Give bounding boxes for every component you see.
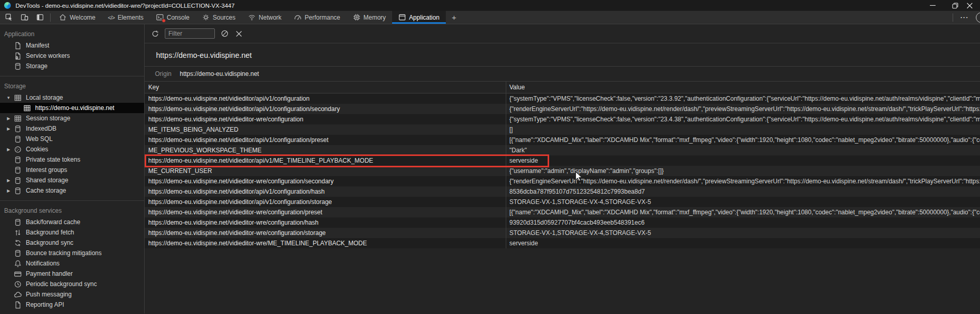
sidebar-item-indexeddb[interactable]: ▶ IndexedDB <box>0 123 144 134</box>
storage-key-cell[interactable]: https://demo-eu.vidispine.net/vidieditor… <box>145 104 506 114</box>
sidebar-item-https-demo-eu-vidispine-net[interactable]: https://demo-eu.vidispine.net <box>0 103 144 113</box>
sidebar-item-local-storage[interactable]: ▼ Local storage <box>0 92 144 103</box>
table-row[interactable]: https://demo-eu.vidispine.net/vidieditor… <box>145 135 980 145</box>
storage-value-cell[interactable]: serverside <box>506 238 980 248</box>
table-row[interactable]: https://demo-eu.vidispine.net/vidieditor… <box>145 104 980 114</box>
tab-elements[interactable]: </> Elements <box>102 11 150 24</box>
tab-sources[interactable]: Sources <box>196 11 242 24</box>
tab-console[interactable]: Console <box>150 11 196 24</box>
table-row[interactable]: https://demo-eu.vidispine.net/vidieditor… <box>145 197 980 207</box>
close-button[interactable] <box>967 0 980 11</box>
value-column-header[interactable]: Value <box>506 82 980 93</box>
tab-performance[interactable]: Performance <box>288 11 347 24</box>
storage-key-cell[interactable]: https://demo-eu.vidispine.net/vidieditor… <box>145 238 506 248</box>
clear-all-icon[interactable] <box>221 29 229 38</box>
chevron-down-icon[interactable]: ▼ <box>6 96 11 100</box>
storage-value-cell[interactable]: {"systemType":"VPMS","licenseCheck":fals… <box>506 114 980 124</box>
sidebar-item-background-fetch[interactable]: Background fetch <box>0 227 144 238</box>
more-tabs-button[interactable]: + <box>446 11 463 24</box>
storage-key-cell[interactable]: https://demo-eu.vidispine.net/vidieditor… <box>145 197 506 207</box>
sidebar-item-private-state-tokens[interactable]: Private state tokens <box>0 154 144 165</box>
storage-value-cell[interactable]: serverside <box>506 155 980 166</box>
refresh-icon[interactable] <box>151 30 159 38</box>
sidebar-item-service-workers[interactable]: Service workers <box>0 51 144 61</box>
restore-button[interactable] <box>944 0 967 11</box>
table-row[interactable]: https://demo-eu.vidispine.net/vidieditor… <box>145 155 980 166</box>
bell-icon <box>14 260 22 268</box>
storage-value-cell[interactable]: {"systemType":"VPMS","licenseCheck":fals… <box>506 93 980 104</box>
storage-key-cell[interactable]: https://demo-eu.vidispine.net/vidieditor… <box>145 186 506 197</box>
storage-value-cell[interactable]: [{"name":"XDCAMHD_Mix","label":"XDCAMHD … <box>506 135 980 145</box>
sidebar-item-web-sql[interactable]: Web SQL <box>0 134 144 144</box>
sidebar-item-storage[interactable]: Storage <box>0 61 144 71</box>
storage-key-cell[interactable]: ME_ITEMS_BEING_ANALYZED <box>145 124 506 135</box>
delete-selected-icon[interactable] <box>236 30 242 37</box>
storage-key-cell[interactable]: https://demo-eu.vidispine.net/vidieditor… <box>145 155 506 166</box>
table-row[interactable]: https://demo-eu.vidispine.net/vidieditor… <box>145 176 980 186</box>
storage-value-cell[interactable]: {"renderEngineServerUrl":"https://demo-e… <box>506 176 980 186</box>
storage-value-cell[interactable]: {"username":"admin","displayName":"admin… <box>506 166 980 176</box>
storage-key-cell[interactable]: https://demo-eu.vidispine.net/vidieditor… <box>145 135 506 145</box>
table-row[interactable]: https://demo-eu.vidispine.net/vidieditor… <box>145 238 980 248</box>
storage-key-cell[interactable]: https://demo-eu.vidispine.net/vidieditor… <box>145 207 506 217</box>
tab-welcome[interactable]: Welcome <box>53 11 102 24</box>
origin-value: https://demo-eu.vidispine.net <box>180 70 259 77</box>
storage-key-cell[interactable]: https://demo-eu.vidispine.net/vidieditor… <box>145 176 506 186</box>
chevron-right-icon[interactable]: ▶ <box>6 116 11 121</box>
tab-application[interactable]: Application <box>392 11 446 24</box>
table-row[interactable]: ME_ITEMS_BEING_ANALYZED [] <box>145 124 980 135</box>
key-column-header[interactable]: Key <box>145 82 506 93</box>
sidebar-item-payment-handler[interactable]: Payment handler <box>0 269 144 279</box>
storage-value-cell[interactable]: [] <box>506 124 980 135</box>
table-row[interactable]: https://demo-eu.vidispine.net/vidieditor… <box>145 114 980 124</box>
table-row[interactable]: https://demo-eu.vidispine.net/vidieditor… <box>145 217 980 228</box>
minimize-button[interactable] <box>921 0 944 11</box>
filter-input[interactable] <box>165 28 215 39</box>
sidebar-item-shared-storage[interactable]: ▶ Shared storage <box>0 175 144 185</box>
more-options-icon[interactable]: ··· <box>953 13 976 21</box>
sidebar-item-back-forward-cache[interactable]: Back/forward cache <box>0 217 144 227</box>
storage-key-cell[interactable]: ME_PREVIOUS_WORKSPACE_THEME <box>145 145 506 155</box>
chevron-right-icon[interactable]: ▶ <box>6 127 11 131</box>
sidebar-item-interest-groups[interactable]: Interest groups <box>0 165 144 175</box>
table-row[interactable]: ME_PREVIOUS_WORKSPACE_THEME "Dark" <box>145 145 980 155</box>
sidebar-item-session-storage[interactable]: ▶ Session storage <box>0 113 144 123</box>
sidebar-item-cache-storage[interactable]: ▶ Cache storage <box>0 185 144 196</box>
storage-key-cell[interactable]: https://demo-eu.vidispine.net/vidieditor… <box>145 93 506 104</box>
storage-key-cell[interactable]: https://demo-eu.vidispine.net/vidieditor… <box>145 114 506 124</box>
storage-key-cell[interactable]: https://demo-eu.vidispine.net/vidieditor… <box>145 228 506 238</box>
storage-value-cell[interactable]: 93920d315d05927707bf4cacb493eeb548391ec6 <box>506 217 980 228</box>
chevron-right-icon[interactable]: ▶ <box>6 178 11 183</box>
tab-memory[interactable]: Memory <box>347 11 392 24</box>
storage-value-cell[interactable]: STORAGE-VX-1,STORAGE-VX-4,STORAGE-VX-5 <box>506 197 980 207</box>
storage-key-cell[interactable]: https://demo-eu.vidispine.net/vidieditor… <box>145 217 506 228</box>
chevron-right-icon[interactable]: ▶ <box>6 147 11 152</box>
tab-network[interactable]: Network <box>242 11 288 24</box>
storage-value-cell[interactable]: STORAGE-VX-1,STORAGE-VX-4,STORAGE-VX-5 <box>506 228 980 238</box>
storage-items-table: Key Value https://demo-eu.vidispine.net/… <box>145 82 980 313</box>
sidebar-item-manifest[interactable]: Manifest <box>0 40 144 51</box>
device-emulation-icon[interactable] <box>21 13 28 21</box>
sidebar-item-push-messaging[interactable]: Push messaging <box>0 289 144 300</box>
storage-key-cell[interactable]: ME_CURRENT_USER <box>145 166 506 176</box>
table-row[interactable]: https://demo-eu.vidispine.net/vidieditor… <box>145 186 980 197</box>
table-row[interactable]: https://demo-eu.vidispine.net/vidieditor… <box>145 207 980 217</box>
sidebar-item-background-sync[interactable]: Background sync <box>0 238 144 248</box>
storage-value-cell[interactable]: {"renderEngineServerUrl":"https://demo-e… <box>506 104 980 114</box>
sidebar-item-label: Interest groups <box>26 166 67 174</box>
table-row[interactable]: https://demo-eu.vidispine.net/vidieditor… <box>145 228 980 238</box>
focus-panel-icon[interactable] <box>36 13 44 21</box>
table-row[interactable]: https://demo-eu.vidispine.net/vidieditor… <box>145 93 980 104</box>
chevron-right-icon[interactable]: ▶ <box>6 189 11 193</box>
inspect-icon[interactable] <box>5 13 13 21</box>
storage-value-cell[interactable]: [{"name":"XDCAMHD_Mix","label":"XDCAMHD … <box>506 207 980 217</box>
sidebar-item-periodic-background-sync[interactable]: Periodic background sync <box>0 279 144 289</box>
sidebar-item-notifications[interactable]: Notifications <box>0 258 144 269</box>
table-row[interactable]: ME_CURRENT_USER {"username":"admin","dis… <box>145 166 980 176</box>
sidebar-item-reporting-api[interactable]: Reporting API <box>0 300 144 310</box>
storage-value-cell[interactable]: 8536dcba787f95107d75123254812c7993bea8d7 <box>506 186 980 197</box>
storage-value-cell[interactable]: "Dark" <box>506 145 980 155</box>
sidebar-item-bounce-tracking-mitigations[interactable]: Bounce tracking mitigations <box>0 248 144 258</box>
sidebar-item-cookies[interactable]: ▶ Cookies <box>0 144 144 154</box>
partial-circle-icon[interactable] <box>976 12 980 23</box>
